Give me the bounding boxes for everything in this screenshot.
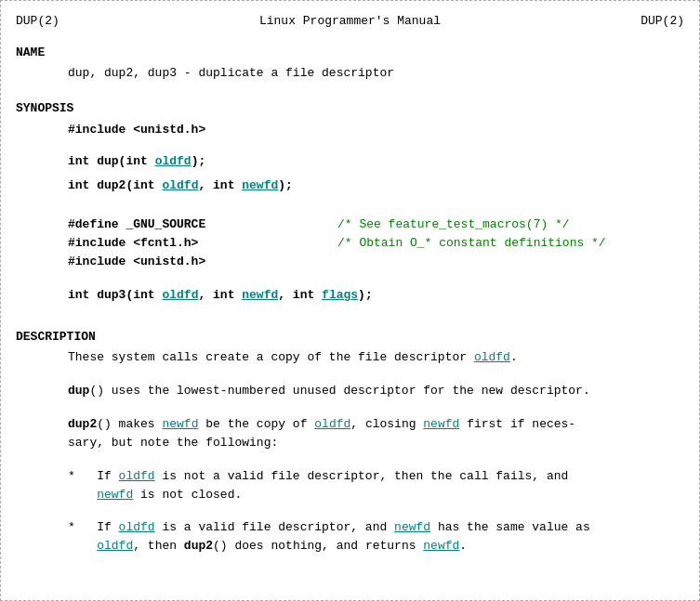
include1-text: #include <unistd.h> (68, 123, 205, 137)
page-header: DUP(2) Linux Programmer's Manual DUP(2) (16, 12, 684, 31)
include3-row: #include <unistd.h> (68, 253, 684, 271)
oldfd-ref1: oldfd (474, 350, 510, 364)
bullet1: * If oldfd is not a valid file descripto… (16, 467, 684, 504)
proto2: int dup2(int oldfd, int newfd); (16, 176, 684, 195)
bullet1-oldfd: oldfd (119, 469, 155, 483)
proto3-mid2: , int (278, 288, 322, 302)
define1-comment: /* See feature_test_macros(7) */ (337, 216, 570, 234)
include1: #include <unistd.h> (16, 121, 684, 139)
define1-code: #define _GNU_SOURCE (68, 216, 337, 234)
proto1-post: ); (192, 154, 206, 168)
proto3-post: ); (358, 288, 373, 302)
proto3-mid1: , int (198, 288, 242, 302)
description-para2: dup() uses the lowest-numbered unused de… (16, 382, 684, 400)
bullet2-newfd2: newfd (423, 539, 459, 553)
bullet2-newfd: newfd (394, 520, 430, 534)
newfd-ref2: newfd (423, 417, 459, 431)
name-label: NAME (16, 44, 684, 62)
include2-row: #include <fcntl.h> /* Obtain O_* constan… (68, 234, 684, 253)
description-para3: dup2() makes newfd be the copy of oldfd,… (16, 415, 684, 452)
proto1: int dup(int oldfd); (16, 152, 684, 171)
define1-row: #define _GNU_SOURCE /* See feature_test_… (68, 216, 684, 234)
man-page: DUP(2) Linux Programmer's Manual DUP(2) … (1, 1, 699, 572)
name-content: dup, dup2, dup3 - duplicate a file descr… (16, 64, 684, 83)
proto1-pre: int dup(int (68, 154, 155, 168)
proto2-mid: , int (198, 178, 242, 192)
synopsis-section: SYNOPSIS #include <unistd.h> int dup(int… (16, 99, 684, 305)
proto2-param2: newfd (242, 178, 278, 192)
proto3: int dup3(int oldfd, int newfd, int flags… (16, 286, 684, 305)
proto2-param1: oldfd (162, 178, 198, 192)
proto3-param1: oldfd (162, 288, 198, 302)
bullet2-oldfd: oldfd (119, 520, 155, 534)
newfd-ref1: newfd (162, 417, 198, 431)
include2-code: #include <fcntl.h> (68, 234, 337, 253)
header-right: DUP(2) (641, 12, 684, 31)
bullet2-oldfd2: oldfd (97, 539, 133, 553)
description-para1: These system calls create a copy of the … (16, 348, 684, 367)
include2-comment: /* Obtain O_* constant definitions */ (337, 234, 606, 253)
proto3-param2: newfd (242, 288, 278, 302)
dup2-func2: dup2 (184, 539, 213, 553)
dup-func: dup (68, 384, 89, 398)
proto2-post: ); (278, 178, 293, 192)
proto2-pre: int dup2(int (68, 178, 162, 192)
header-left: DUP(2) (16, 12, 59, 31)
include3-text: #include <unistd.h> (68, 255, 205, 268)
proto3-pre: int dup3(int (68, 288, 162, 302)
name-section: NAME dup, dup2, dup3 - duplicate a file … (16, 44, 684, 83)
dup2-func: dup2 (68, 417, 97, 431)
description-label: DESCRIPTION (16, 328, 684, 346)
define-block: #define _GNU_SOURCE /* See feature_test_… (16, 216, 684, 271)
proto1-param: oldfd (155, 154, 192, 168)
synopsis-label: SYNOPSIS (16, 99, 684, 118)
bullet2: * If oldfd is a valid file descriptor, a… (16, 518, 684, 555)
oldfd-ref2: oldfd (314, 417, 350, 431)
header-center: Linux Programmer's Manual (259, 12, 441, 31)
bullet1-newfd: newfd (97, 488, 133, 502)
proto3-param3: flags (322, 288, 358, 302)
description-section: DESCRIPTION These system calls create a … (16, 328, 684, 555)
